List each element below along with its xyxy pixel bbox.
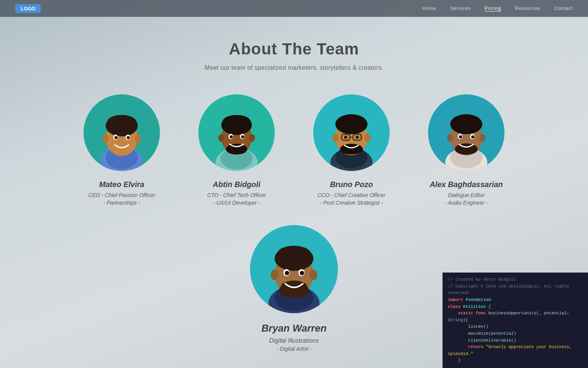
page-subtitle: Meet our team of specialized marketers, … bbox=[204, 64, 383, 71]
svg-point-6 bbox=[107, 115, 136, 129]
nav-pricing[interactable]: Pricing bbox=[485, 5, 501, 12]
svg-point-39 bbox=[344, 136, 347, 139]
member-role-bryan: - Digital Artist - bbox=[276, 346, 311, 352]
svg-point-40 bbox=[356, 136, 359, 139]
svg-point-65 bbox=[309, 269, 317, 280]
svg-point-47 bbox=[452, 115, 480, 127]
svg-point-12 bbox=[127, 136, 130, 139]
nav-home[interactable]: Home bbox=[422, 5, 436, 12]
svg-point-11 bbox=[114, 136, 118, 139]
svg-point-21 bbox=[218, 134, 224, 142]
svg-point-36 bbox=[340, 144, 363, 154]
code-func: static func businessOpportunity(_ potent… bbox=[448, 310, 583, 324]
member-title-bryan: Digital Illustrations bbox=[269, 337, 319, 344]
svg-point-25 bbox=[230, 135, 233, 138]
svg-point-8 bbox=[135, 135, 141, 143]
avatar-alex bbox=[428, 94, 505, 171]
member-title-bruno: CCO - Chief Creative Officer bbox=[317, 192, 385, 198]
avatar-mateo bbox=[83, 94, 160, 171]
avatar-abtin bbox=[198, 94, 275, 171]
avatar-bruno bbox=[313, 94, 390, 171]
nav-links: Home Services Pricing Resources Contact bbox=[422, 5, 573, 12]
team-member-bruno: Bruno Pozo CCO - Chief Creative Officer … bbox=[309, 94, 394, 206]
svg-point-7 bbox=[103, 135, 109, 143]
svg-point-54 bbox=[471, 135, 474, 138]
svg-point-37 bbox=[332, 134, 338, 142]
page-title: About The Team bbox=[229, 40, 359, 58]
member-name-mateo: Mateo Elvira bbox=[99, 180, 144, 189]
team-member-alex: Alex Baghdassarian Dialogue Editor - Aud… bbox=[424, 94, 508, 206]
svg-point-48 bbox=[455, 143, 478, 155]
code-overlay: // Created by Abtin Bidgoli // Copyright… bbox=[443, 273, 588, 368]
team-row-1: Mateo Elvira CEO - Chief Passion Officer… bbox=[80, 94, 508, 206]
nav-resources[interactable]: Resources bbox=[515, 5, 541, 12]
team-member-bryan: Bryan Warren Digital Illustrations - Dig… bbox=[252, 225, 336, 352]
code-comment1: // Created by Abtin Bidgoli bbox=[448, 276, 583, 283]
svg-point-49 bbox=[447, 134, 453, 142]
member-title-alex: Dialogue Editor bbox=[448, 192, 485, 198]
svg-point-19 bbox=[223, 115, 250, 127]
svg-point-20 bbox=[226, 144, 247, 154]
svg-point-35 bbox=[335, 114, 368, 134]
navbar: LOGO Home Services Pricing Resources Con… bbox=[0, 0, 588, 17]
svg-point-64 bbox=[271, 269, 279, 280]
code-close: } bbox=[448, 357, 583, 364]
nav-services[interactable]: Services bbox=[450, 5, 471, 12]
avatar-bryan bbox=[250, 225, 338, 313]
code-class: class Utilities { bbox=[448, 304, 583, 310]
svg-point-68 bbox=[285, 271, 289, 276]
member-name-alex: Alex Baghdassarian bbox=[430, 180, 503, 189]
nav-logo[interactable]: LOGO bbox=[15, 4, 41, 13]
member-role-abtin: - UX/UI Developer - bbox=[213, 200, 260, 206]
member-name-bruno: Bruno Pozo bbox=[330, 180, 373, 189]
team-member-abtin: Abtin Bidgoli CTO - Chief Tech Officer -… bbox=[194, 94, 279, 206]
member-role-bruno: - Post Creative Strategist - bbox=[320, 200, 383, 206]
svg-point-22 bbox=[249, 134, 255, 142]
svg-point-50 bbox=[479, 134, 485, 142]
member-title-mateo: CEO - Chief Passion Officer bbox=[88, 192, 155, 198]
code-return: return "Greatly appreciate your business… bbox=[448, 344, 583, 357]
code-client: clientDeliverable() bbox=[448, 337, 583, 344]
svg-point-26 bbox=[241, 135, 244, 138]
code-listen: listen() bbox=[448, 324, 583, 330]
code-maximize: maximize(potential) bbox=[448, 330, 583, 337]
nav-contact[interactable]: Contact bbox=[554, 5, 573, 12]
member-role-alex: - Audio Engineer - bbox=[445, 200, 488, 206]
svg-point-61 bbox=[277, 246, 310, 261]
member-role-mateo: - Partnerships - bbox=[103, 200, 140, 206]
member-name-abtin: Abtin Bidgoli bbox=[213, 180, 260, 189]
member-name-bryan: Bryan Warren bbox=[261, 322, 327, 334]
code-comment2: // Copyright © 2020 com.abtinbidgoli. Al… bbox=[448, 283, 583, 297]
svg-point-38 bbox=[364, 134, 371, 142]
svg-point-53 bbox=[459, 135, 462, 138]
member-title-abtin: CTO - Chief Tech Officer bbox=[207, 192, 266, 198]
code-import: import Foundation bbox=[448, 297, 583, 304]
svg-point-69 bbox=[300, 271, 304, 276]
team-member-mateo: Mateo Elvira CEO - Chief Passion Officer… bbox=[80, 94, 164, 206]
